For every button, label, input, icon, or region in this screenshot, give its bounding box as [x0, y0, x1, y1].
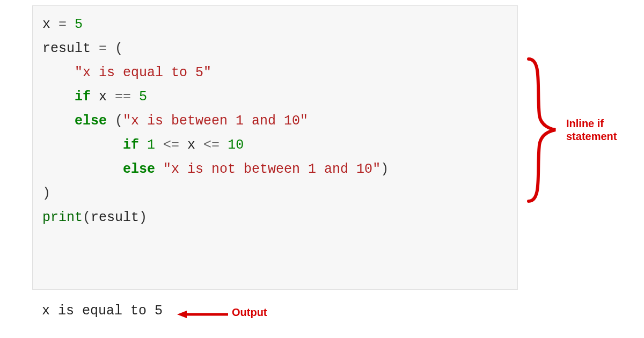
indent: [42, 89, 75, 105]
code-line-6: else ("x is between 1 and 10": [42, 109, 508, 133]
indent: [42, 65, 75, 80]
indent: [42, 161, 123, 177]
token-paren: (: [115, 113, 123, 129]
space: [91, 89, 99, 105]
code-line-5: if x == 5: [42, 85, 508, 109]
token-assign: =: [50, 17, 75, 32]
code-line-9: ): [42, 181, 508, 205]
code-line-11: print(result): [42, 205, 508, 230]
token-var: x: [42, 17, 50, 32]
token-le: <=: [155, 137, 187, 153]
token-number: 1: [147, 137, 155, 153]
annotation-output: Output: [232, 306, 296, 319]
token-if: if: [75, 89, 91, 105]
code-line-7: if 1 <= x <= 10: [42, 133, 508, 157]
token-number: 5: [139, 89, 147, 105]
annotation-inline-if: Inline if statement: [566, 117, 641, 143]
token-var: x: [187, 137, 195, 153]
output-text: x is equal to 5: [42, 303, 163, 319]
token-string: "x is between 1 and 10": [123, 113, 308, 129]
space: [139, 137, 147, 153]
token-var: result: [91, 210, 139, 225]
code-block: x = 5 result = ( "x is equal to 5" if x …: [32, 5, 518, 290]
token-else: else: [75, 113, 107, 129]
token-eqeq: ==: [107, 89, 139, 105]
token-le: <=: [195, 137, 228, 153]
token-number: 5: [75, 17, 83, 32]
space: [107, 113, 115, 129]
token-string: "x is not between 1 and 10": [163, 161, 380, 177]
svg-marker-1: [177, 311, 187, 318]
token-var: x: [99, 89, 107, 105]
code-line-8: else "x is not between 1 and 10"): [42, 157, 508, 181]
token-assign: =: [91, 41, 115, 56]
token-paren: ): [42, 186, 50, 201]
brace-icon: [526, 56, 558, 204]
space: [155, 161, 163, 177]
token-number: 10: [228, 137, 244, 153]
indent: [42, 113, 75, 129]
indent: [42, 137, 123, 153]
token-if: if: [123, 137, 139, 153]
token-paren: ): [139, 210, 147, 225]
code-line-3: result = (: [42, 36, 508, 61]
token-string: "x is equal to 5": [75, 65, 211, 80]
arrow-left-icon: [177, 310, 228, 319]
token-paren: (: [115, 41, 123, 56]
token-paren: (: [83, 210, 91, 225]
token-else: else: [123, 161, 155, 177]
code-line-1: x = 5: [42, 12, 508, 36]
token-var: result: [42, 41, 91, 56]
token-paren: ): [380, 161, 389, 177]
code-line-4: "x is equal to 5": [42, 61, 508, 85]
token-print: print: [42, 210, 83, 225]
